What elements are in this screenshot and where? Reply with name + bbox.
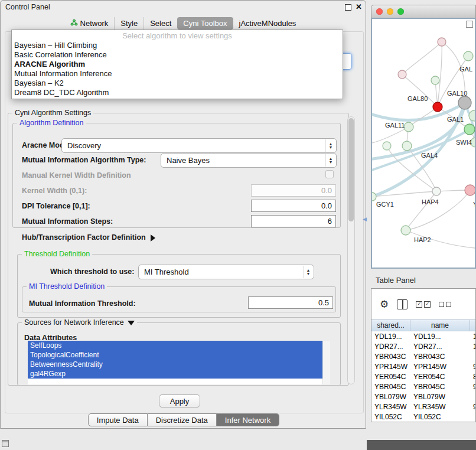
window-title: Control Panel: [5, 3, 50, 11]
control-panel-titlebar: Control Panel ✕: [1, 1, 366, 14]
table-row[interactable]: YDL19...YDL19...13: [371, 331, 475, 341]
network-node[interactable]: [372, 193, 376, 201]
settings-scrollbar[interactable]: [347, 116, 355, 384]
mi-type-select[interactable]: Naive Bayes ▲▼: [161, 153, 337, 168]
checked-box-icon: ✓: [416, 301, 422, 308]
network-node[interactable]: [398, 70, 406, 79]
column-header-shared[interactable]: shared...: [371, 320, 410, 331]
bottom-tab-impute-data[interactable]: Impute Data: [88, 413, 148, 426]
tab-cyni-toolbox[interactable]: Cyni Toolbox: [177, 17, 233, 30]
algorithm-option-bayesian-hill-climbing[interactable]: Bayesian – Hill Climbing: [12, 41, 343, 50]
network-node[interactable]: [458, 96, 471, 109]
aracne-mode-select[interactable]: Discovery ▲▼: [61, 138, 337, 153]
algorithm-option-mutual-information-inference[interactable]: Mutual Information Inference: [12, 69, 343, 79]
network-node[interactable]: [438, 38, 446, 46]
clear-checkboxes-icon[interactable]: [439, 302, 451, 307]
float-window-icon[interactable]: [345, 4, 351, 11]
network-canvas[interactable]: GAL80GAL10GAL11GAL1SWI4GAL4GCY1HAP4HAP2G…: [371, 18, 476, 269]
which-threshold-value: MI Threshold: [144, 268, 189, 276]
manual-kernel-checkbox[interactable]: [325, 170, 334, 178]
network-node[interactable]: [433, 102, 442, 112]
tab-style[interactable]: Style: [114, 17, 144, 30]
network-edge[interactable]: [406, 191, 436, 230]
data-attribute-item[interactable]: TopologicalCoefficient: [28, 350, 322, 360]
table-row[interactable]: YDR27...YDR27...12: [371, 341, 475, 351]
sources-collapser[interactable]: Sources for Network Inference: [22, 318, 137, 327]
sources-title: Sources for Network Inference: [24, 318, 124, 327]
network-view-window: GAL80GAL10GAL11GAL1SWI4GAL4GCY1HAP4HAP2G…: [371, 5, 476, 269]
table-row[interactable]: YIL052CYIL052C: [371, 412, 475, 422]
node-label-gal80: GAL80: [407, 95, 428, 102]
attributes-list-scrollbar[interactable]: [322, 341, 330, 384]
columns-icon[interactable]: [397, 299, 407, 309]
bottom-tab-discretize-data[interactable]: Discretize Data: [148, 413, 217, 426]
close-window-icon[interactable]: ✕: [356, 2, 362, 11]
hub-definition-expander[interactable]: Hub/Transcription Factor Definition: [22, 233, 155, 242]
network-node[interactable]: [465, 185, 475, 195]
network-node[interactable]: [431, 76, 439, 84]
network-node[interactable]: [401, 226, 410, 235]
tab-jactivemnodules[interactable]: jActiveMNodules: [233, 17, 302, 30]
settings-scrollbar-thumb[interactable]: [348, 118, 354, 221]
table-row[interactable]: YBR043CYBR043C: [371, 351, 475, 361]
table-cell: YDL19...: [371, 331, 410, 341]
close-light[interactable]: [376, 8, 383, 15]
tab-label: Network: [80, 19, 109, 28]
mi-type-label: Mutual Information Algorithm Type:: [22, 156, 146, 164]
algorithm-option-dream8-dc-tdc-algorithm[interactable]: Dream8 DC_TDC Algorithm: [12, 88, 343, 97]
data-attribute-item[interactable]: gal4RGexp: [28, 369, 322, 379]
network-node[interactable]: [402, 141, 412, 151]
table-row[interactable]: YBL079WYBL079W: [371, 392, 475, 402]
tab-network[interactable]: Network: [64, 17, 115, 30]
network-node[interactable]: [469, 110, 475, 121]
data-attribute-item[interactable]: SelfLoops: [28, 341, 322, 350]
network-node[interactable]: [432, 187, 441, 195]
node-label-gal1: GAL1: [447, 116, 464, 123]
algorithm-option-aracne-algorithm[interactable]: ARACNE Algorithm: [12, 60, 343, 69]
node-label-gal4: GAL4: [421, 152, 438, 159]
network-overview-toggle[interactable]: [466, 21, 473, 28]
mi-steps-field[interactable]: 6: [251, 215, 336, 227]
apply-button[interactable]: Apply: [159, 394, 200, 407]
network-edge[interactable]: [402, 42, 442, 74]
table-row[interactable]: YPR145WYPR145W9.: [371, 361, 475, 371]
hub-definition-label: Hub/Transcription Factor Definition: [22, 233, 146, 242]
data-attributes-list[interactable]: SelfLoopsTopologicalCoefficientBetweenne…: [28, 341, 322, 384]
mi-threshold-label: Mutual Information Threshold:: [29, 299, 136, 308]
network-graph[interactable]: GAL80GAL10GAL11GAL1SWI4GAL4GCY1HAP4HAP2G…: [372, 19, 475, 268]
network-node[interactable]: [464, 124, 475, 135]
combo-arrows-icon: ▲▼: [325, 139, 335, 152]
network-edge[interactable]: [406, 190, 470, 230]
network-node[interactable]: [464, 51, 473, 61]
minimized-window-icon[interactable]: [2, 440, 9, 447]
network-edge[interactable]: [438, 42, 442, 107]
bottom-tab-infer-network[interactable]: Infer Network: [217, 413, 279, 426]
zoom-light[interactable]: [397, 8, 404, 15]
table-row[interactable]: YER054CYER054C8.: [371, 371, 475, 381]
tab-select[interactable]: Select: [144, 17, 177, 30]
network-node[interactable]: [404, 122, 413, 132]
panel-splitter-arrow-icon[interactable]: ◀: [363, 216, 367, 222]
select-all-checkboxes-icon[interactable]: ✓✓: [416, 301, 431, 308]
minimize-light[interactable]: [387, 8, 393, 15]
table-row[interactable]: YBR045CYBR045C9.: [371, 381, 475, 392]
data-attribute-item[interactable]: BetweennessCentrality: [28, 360, 322, 369]
network-edge[interactable]: [372, 127, 409, 143]
network-window-titlebar[interactable]: [371, 5, 476, 18]
kernel-width-field[interactable]: 0.0: [251, 184, 336, 197]
column-header-name[interactable]: name: [410, 320, 470, 331]
dpi-tolerance-field[interactable]: 0.0: [251, 200, 336, 212]
table-cell: 13: [470, 331, 475, 341]
algorithm-option-basic-correlation-inference[interactable]: Basic Correlation Inference: [12, 50, 343, 60]
table-cell: YDL19...: [410, 331, 470, 341]
table-row[interactable]: YLR345WYLR345W9.: [371, 402, 475, 412]
settings-gear-icon[interactable]: ⚙: [380, 298, 389, 311]
column-header-hidden[interactable]: [470, 320, 476, 331]
table-cell: [470, 392, 475, 402]
which-threshold-select[interactable]: MI Threshold ▲▼: [138, 265, 314, 279]
table-panel-window: ⚙✓✓ shared...name YDL19...YDL19...13YDR2…: [371, 288, 476, 422]
algorithm-option-bayesian-k2[interactable]: Bayesian – K2: [12, 79, 343, 88]
mi-threshold-field[interactable]: 0.5: [248, 296, 333, 309]
table-cell: YDR27...: [371, 341, 410, 351]
network-node[interactable]: [383, 142, 391, 150]
